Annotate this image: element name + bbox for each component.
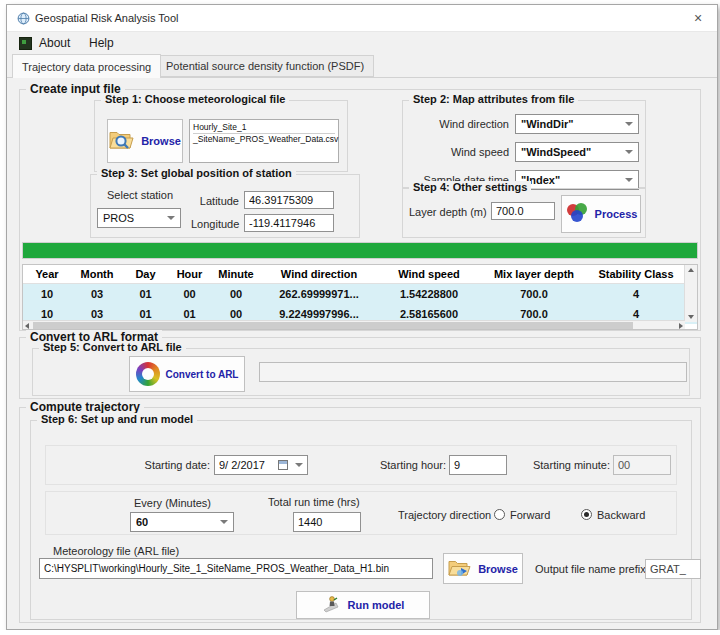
menu-help[interactable]: Help	[85, 35, 118, 51]
wind-direction-value: "WindDir"	[521, 118, 574, 130]
group-compute-trajectory: Compute trajectory Step 6: Set up and ru…	[19, 407, 701, 623]
process-icon	[565, 202, 589, 226]
browse-met-file-button[interactable]: Browse	[107, 119, 183, 163]
group-step6: Step 6: Set up and run model Starting da…	[30, 420, 692, 620]
met-file-name-line1: Hourly_Site_1	[193, 122, 335, 134]
chevron-down-icon	[295, 463, 303, 467]
cell: 1.54228800	[377, 288, 481, 300]
starting-hour-label: Starting hour:	[346, 459, 446, 471]
col-year: Year	[23, 268, 71, 280]
starting-date-picker[interactable]: 9/ 2/2017	[214, 455, 308, 475]
scroll-up-icon[interactable]	[688, 268, 694, 272]
table-vertical-scrollbar[interactable]	[684, 265, 697, 322]
table-row[interactable]: 10 03 01 00 00 262.69999971... 1.5422880…	[23, 284, 697, 304]
total-run-time-field[interactable]	[293, 512, 361, 532]
backward-radio[interactable]	[581, 509, 592, 520]
wind-speed-select[interactable]: "WindSpeed"	[515, 142, 639, 162]
horizontal-scroll-thumb[interactable]	[33, 322, 633, 329]
run-model-button[interactable]: Run model	[296, 591, 430, 619]
step1-title: Step 1: Choose meteorological file	[101, 93, 289, 105]
chevron-down-icon	[167, 216, 175, 220]
chevron-down-icon	[625, 150, 633, 154]
browse-arl-file-label: Browse	[478, 563, 518, 575]
station-value: PROS	[103, 212, 134, 224]
group-step1: Step 1: Choose meteorological file Brows…	[94, 100, 348, 172]
tab-trajectory-data-processing[interactable]: Trajectory data processing	[12, 54, 161, 78]
cell: 00	[211, 308, 261, 320]
met-file-name-box[interactable]: Hourly_Site_1 _SiteName_PROS_Weather_Dat…	[189, 119, 339, 163]
every-minutes-select[interactable]: 60	[130, 512, 234, 532]
close-button[interactable]: ×	[687, 9, 709, 27]
forward-radio-label[interactable]: Forward	[510, 509, 550, 521]
window-title: Geospatial Risk Analysis Tool	[35, 12, 178, 24]
total-run-time-label: Total run time (hrs)	[268, 496, 360, 508]
station-select[interactable]: PROS	[97, 208, 181, 228]
select-station-label: Select station	[107, 189, 173, 201]
group-step5: Step 5: Convert to ARL file Convert to A…	[32, 348, 690, 396]
cell: 00	[168, 288, 211, 300]
wind-direction-select[interactable]: "WindDir"	[515, 114, 639, 134]
starting-date-label: Starting date:	[110, 459, 210, 471]
browse-arl-file-button[interactable]: Browse	[443, 553, 523, 584]
menu-about[interactable]: About	[35, 35, 74, 51]
wind-speed-value: "WindSpeed"	[521, 146, 591, 158]
weather-data-table: Year Month Day Hour Minute Wind directio…	[22, 264, 698, 330]
wind-direction-label: Wind direction	[405, 118, 509, 130]
backward-radio-label[interactable]: Backward	[597, 509, 645, 521]
step5-title: Step 5: Convert to ARL file	[39, 341, 186, 353]
forward-radio[interactable]	[494, 509, 505, 520]
step2-title: Step 2: Map attributes from file	[409, 93, 578, 105]
group-step2: Step 2: Map attributes from file Wind di…	[402, 100, 646, 188]
layer-depth-field[interactable]	[491, 202, 555, 220]
load-progress-fill	[23, 243, 697, 258]
cell: 2.58165600	[377, 308, 481, 320]
cell: 00	[211, 288, 261, 300]
group-compute-trajectory-title: Compute trajectory	[26, 400, 144, 414]
cell: 4	[587, 288, 685, 300]
process-label: Process	[595, 208, 638, 220]
met-file-name-line2: _SiteName_PROS_Weather_Data.csv	[193, 134, 335, 144]
longitude-label: Longitude	[191, 218, 239, 230]
col-minute: Minute	[211, 268, 261, 280]
sample-date-time-select[interactable]: "Index"	[515, 170, 639, 190]
longitude-field[interactable]	[244, 214, 334, 232]
col-hour: Hour	[168, 268, 211, 280]
output-prefix-label: Output file name prefix	[535, 563, 646, 575]
met-arl-file-field[interactable]	[39, 558, 433, 579]
col-mix-layer-depth: Mix layer depth	[481, 268, 587, 280]
load-progress-bar	[22, 242, 698, 259]
group-step4: Step 4: Other settings Layer depth (m) P…	[402, 188, 646, 238]
starting-minute-field[interactable]	[613, 455, 671, 475]
starting-hour-field[interactable]	[449, 455, 507, 475]
run-settings-panel: Every (Minutes) 60 Total run time (hrs) …	[45, 491, 677, 535]
run-model-label: Run model	[348, 599, 405, 611]
col-month: Month	[71, 268, 123, 280]
table-horizontal-scrollbar[interactable]	[23, 320, 685, 329]
process-button[interactable]: Process	[561, 195, 641, 233]
cell: 4	[587, 308, 685, 320]
scroll-left-icon[interactable]	[25, 323, 29, 329]
chevron-down-icon	[220, 520, 228, 524]
cell: 9.2249997996...	[261, 308, 377, 320]
cell: 01	[123, 288, 168, 300]
tab-psdf[interactable]: Potential source density function (PSDF)	[156, 55, 374, 77]
latitude-field[interactable]	[244, 191, 334, 209]
chevron-down-icon	[625, 178, 633, 182]
convert-to-arl-button[interactable]: Convert to ARL	[129, 356, 245, 392]
convert-to-arl-label: Convert to ARL	[166, 369, 239, 380]
met-arl-file-label: Meteorology file (ARL file)	[53, 545, 179, 557]
convert-progress-bar	[259, 362, 687, 382]
folder-arrow-icon	[448, 558, 472, 580]
calendar-icon	[278, 460, 288, 470]
col-stability-class: Stability Class	[587, 268, 685, 280]
run-model-icon	[322, 595, 342, 615]
scroll-right-icon[interactable]	[679, 323, 683, 329]
starting-date-value: 9/ 2/2017	[219, 459, 265, 471]
every-minutes-value: 60	[136, 516, 148, 528]
cell: 01	[168, 308, 211, 320]
col-wind-speed: Wind speed	[377, 268, 481, 280]
group-create-input-file: Create input file Step 1: Choose meteoro…	[19, 89, 701, 331]
scroll-down-icon[interactable]	[688, 315, 694, 319]
app-icon	[17, 12, 30, 25]
output-prefix-field[interactable]	[645, 559, 701, 579]
